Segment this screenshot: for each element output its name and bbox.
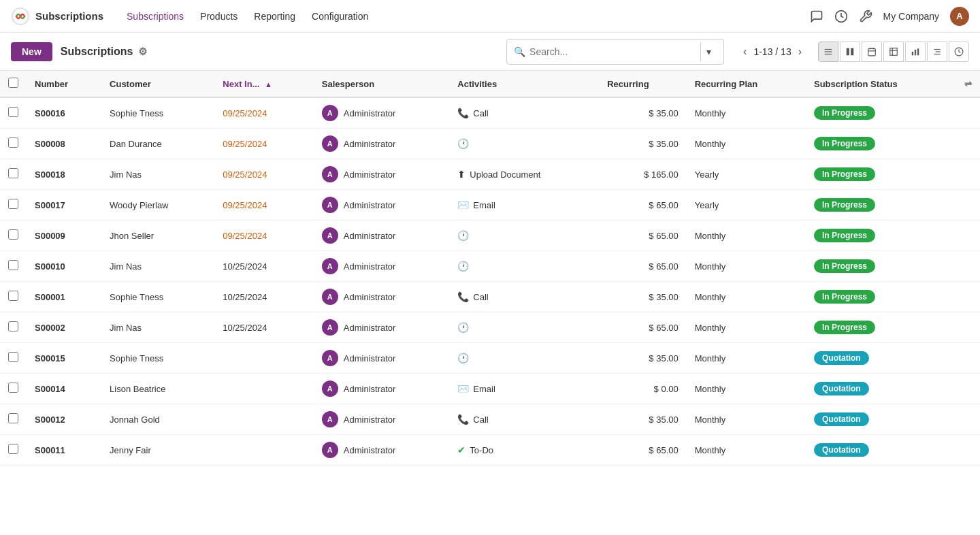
view-calendar-button[interactable] — [862, 42, 882, 62]
row-checkbox-cell — [0, 97, 27, 129]
table-row[interactable]: S00010 Jim Nas 10/25/2024 A Administrato… — [0, 251, 980, 282]
row-customer[interactable]: Jim Nas — [101, 159, 214, 190]
pagination-next[interactable]: › — [796, 44, 804, 59]
row-number[interactable]: S00014 — [27, 374, 101, 404]
row-customer[interactable]: Jenny Fair — [101, 435, 214, 466]
table-row[interactable]: S00017 Woody Pierlaw 09/25/2024 A Admini… — [0, 190, 980, 221]
row-next-invoice[interactable]: 10/25/2024 — [214, 251, 314, 282]
row-number[interactable]: S00011 — [27, 435, 101, 466]
row-checkbox[interactable] — [8, 352, 18, 362]
row-checkbox[interactable] — [8, 107, 18, 117]
row-number[interactable]: S00002 — [27, 312, 101, 343]
settings-gear-icon[interactable]: ⚙ — [138, 46, 147, 58]
col-header-recurring-plan[interactable]: Recurring Plan — [687, 71, 806, 97]
row-checkbox[interactable] — [8, 444, 18, 454]
table-row[interactable]: S00009 Jhon Seller 09/25/2024 A Administ… — [0, 221, 980, 251]
col-header-customer[interactable]: Customer — [101, 71, 214, 97]
nav-configuration[interactable]: Configuration — [305, 8, 375, 25]
row-number[interactable]: S00017 — [27, 190, 101, 221]
row-next-invoice[interactable] — [214, 374, 314, 404]
row-next-invoice[interactable]: 09/25/2024 — [214, 129, 314, 159]
view-group-button[interactable] — [927, 42, 947, 62]
search-icon: 🔍 — [514, 46, 525, 57]
table-row[interactable]: S00001 Sophie Tness 10/25/2024 A Adminis… — [0, 282, 980, 312]
upload-icon: ⬆ — [457, 169, 466, 180]
row-next-invoice[interactable]: 10/25/2024 — [214, 312, 314, 343]
new-button[interactable]: New — [11, 42, 52, 61]
row-number[interactable]: S00015 — [27, 343, 101, 374]
row-next-invoice[interactable]: 09/25/2024 — [214, 221, 314, 251]
view-list-button[interactable] — [818, 42, 838, 62]
row-number[interactable]: S00009 — [27, 221, 101, 251]
row-next-invoice[interactable]: 09/25/2024 — [214, 190, 314, 221]
row-next-invoice[interactable]: 10/25/2024 — [214, 282, 314, 312]
row-customer[interactable]: Jim Nas — [101, 251, 214, 282]
col-header-salesperson[interactable]: Salesperson — [314, 71, 450, 97]
clock-icon[interactable] — [834, 10, 848, 23]
pagination: ‹ 1-13 / 13 › — [740, 44, 804, 59]
column-settings-icon[interactable]: ⇌ — [964, 79, 972, 89]
table-row[interactable]: S00018 Jim Nas 09/25/2024 A Administrato… — [0, 159, 980, 190]
row-checkbox-cell — [0, 129, 27, 159]
row-customer[interactable]: Jonnah Gold — [101, 404, 214, 435]
row-checkbox[interactable] — [8, 199, 18, 209]
row-checkbox[interactable] — [8, 383, 18, 393]
row-next-invoice[interactable] — [214, 404, 314, 435]
col-header-number[interactable]: Number — [27, 71, 101, 97]
nav-subscriptions[interactable]: Subscriptions — [120, 8, 191, 25]
row-customer[interactable]: Lison Beatrice — [101, 374, 214, 404]
row-next-invoice[interactable]: 09/25/2024 — [214, 97, 314, 129]
view-pivot-button[interactable] — [883, 42, 904, 62]
row-number[interactable]: S00008 — [27, 129, 101, 159]
row-customer[interactable]: Jhon Seller — [101, 221, 214, 251]
col-header-next-invoice[interactable]: Next In... ▲ — [214, 71, 314, 97]
row-next-invoice[interactable]: 09/25/2024 — [214, 159, 314, 190]
select-all-checkbox[interactable] — [8, 78, 18, 88]
row-checkbox[interactable] — [8, 168, 18, 178]
col-header-activities[interactable]: Activities — [449, 71, 599, 97]
row-checkbox-cell — [0, 404, 27, 435]
table-row[interactable]: S00016 Sophie Tness 09/25/2024 A Adminis… — [0, 97, 980, 129]
search-dropdown-arrow[interactable]: ▾ — [700, 42, 717, 61]
view-activity-button[interactable] — [949, 42, 969, 62]
table-row[interactable]: S00014 Lison Beatrice A Administrator ✉️… — [0, 374, 980, 404]
col-header-recurring[interactable]: Recurring — [599, 71, 687, 97]
table-row[interactable]: S00011 Jenny Fair A Administrator ✔ To-D… — [0, 435, 980, 466]
nav-products[interactable]: Products — [193, 8, 244, 25]
row-next-invoice[interactable] — [214, 343, 314, 374]
view-kanban-button[interactable] — [840, 42, 860, 62]
row-number[interactable]: S00001 — [27, 282, 101, 312]
pagination-prev[interactable]: ‹ — [740, 44, 749, 59]
row-number[interactable]: S00016 — [27, 97, 101, 129]
row-number[interactable]: S00018 — [27, 159, 101, 190]
row-number[interactable]: S00012 — [27, 404, 101, 435]
app-logo[interactable]: Subscriptions — [11, 7, 103, 26]
user-avatar[interactable]: A — [950, 7, 969, 26]
row-customer[interactable]: Dan Durance — [101, 129, 214, 159]
row-checkbox[interactable] — [8, 321, 18, 331]
col-header-status[interactable]: Subscription Status — [806, 71, 956, 97]
row-checkbox[interactable] — [8, 260, 18, 270]
nav-reporting[interactable]: Reporting — [247, 8, 302, 25]
table-row[interactable]: S00002 Jim Nas 10/25/2024 A Administrato… — [0, 312, 980, 343]
tools-icon[interactable] — [859, 10, 872, 23]
row-next-invoice[interactable] — [214, 435, 314, 466]
row-customer[interactable]: Jim Nas — [101, 312, 214, 343]
row-actions — [956, 190, 980, 221]
row-customer[interactable]: Sophie Tness — [101, 282, 214, 312]
row-number[interactable]: S00010 — [27, 251, 101, 282]
table-row[interactable]: S00015 Sophie Tness A Administrator 🕐 $ … — [0, 343, 980, 374]
row-checkbox[interactable] — [8, 229, 18, 240]
row-customer[interactable]: Sophie Tness — [101, 343, 214, 374]
chat-icon[interactable] — [810, 10, 823, 23]
view-chart-button[interactable] — [905, 42, 926, 62]
row-customer[interactable]: Sophie Tness — [101, 97, 214, 129]
row-status: In Progress — [806, 282, 956, 312]
table-row[interactable]: S00008 Dan Durance 09/25/2024 A Administ… — [0, 129, 980, 159]
search-input[interactable] — [529, 46, 696, 57]
row-customer[interactable]: Woody Pierlaw — [101, 190, 214, 221]
row-checkbox[interactable] — [8, 137, 18, 148]
table-row[interactable]: S00012 Jonnah Gold A Administrator 📞 Cal… — [0, 404, 980, 435]
row-checkbox[interactable] — [8, 413, 18, 423]
row-checkbox[interactable] — [8, 291, 18, 301]
